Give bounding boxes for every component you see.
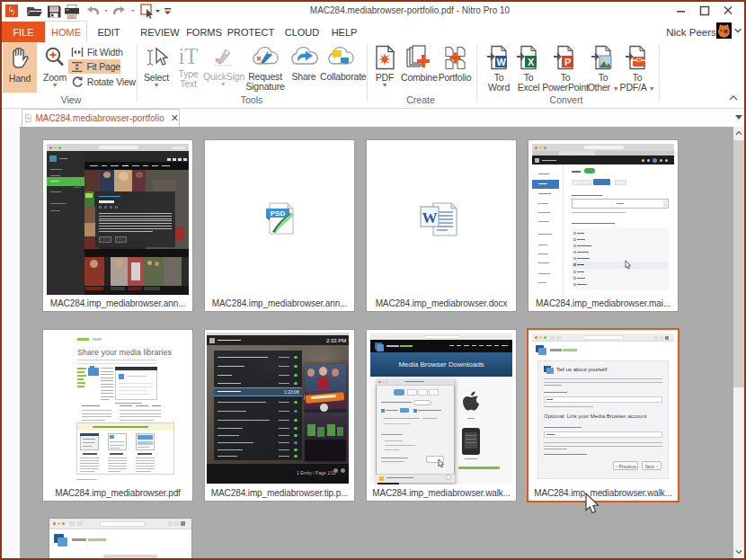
svg-text:W: W (422, 209, 438, 227)
svg-text:P: P (564, 57, 571, 67)
svg-text:PSD: PSD (271, 209, 286, 218)
svg-text:W: W (496, 57, 506, 67)
